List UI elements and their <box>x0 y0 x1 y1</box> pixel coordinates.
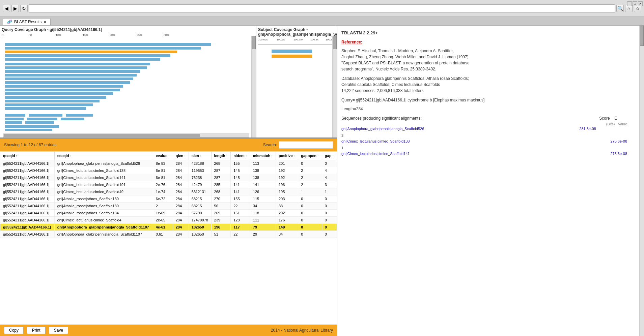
minimize-btn[interactable]: ─ <box>627 1 632 6</box>
forward-button[interactable]: ▶ <box>11 5 19 12</box>
footer-credit: 2014 - National Agricultural Library <box>271 328 333 333</box>
table-row[interactable]: gi|5524211|gb|AAD44166.1|gnl|Cimex_lectu… <box>0 217 337 224</box>
tab-close-btn[interactable]: ✕ <box>44 20 46 24</box>
subject-bar-orange <box>272 55 312 58</box>
blast-title: TBLASTN 2.2.29+ <box>341 30 637 36</box>
col-length[interactable]: length <box>211 152 231 160</box>
table-row[interactable]: gi|5524211|gb|AAD44166.1|gnl|Athalia_ros… <box>0 195 337 203</box>
query-bar <box>66 114 93 117</box>
table-row[interactable]: gi|5524211|gb|AAD44166.1|gnl|Cimex_lectu… <box>0 188 337 195</box>
maximize-btn[interactable]: □ <box>633 1 637 6</box>
cell-length: 196 <box>211 224 231 231</box>
col-evalue[interactable]: evalue <box>153 152 173 160</box>
query-graph-scrollbar[interactable] <box>251 36 256 138</box>
col-mismatch[interactable]: mismatch <box>250 152 276 160</box>
alignment-link[interactable]: gnl|Cimex_lectularius|cimlec_Scaffold141 <box>341 152 410 156</box>
search-area: Search: <box>263 141 333 149</box>
close-btn[interactable]: ✕ <box>638 1 643 6</box>
cell-sseqid: gnl|Cimex_lectularius|cimlec_Scaffold4 <box>54 217 153 224</box>
cell-mismatch: 111 <box>250 217 276 224</box>
search-label: Search: <box>263 143 277 147</box>
cell-mismatch: 79 <box>250 224 276 231</box>
address-bar[interactable] <box>29 4 615 12</box>
query-bar <box>5 103 93 106</box>
table-wrapper[interactable]: qseqid sseqid evalue qlen slen length ni… <box>0 151 337 325</box>
search-button[interactable]: 🔍 <box>616 5 624 12</box>
subject-tick: 100.8k <box>310 38 318 41</box>
cell-qlen: 284 <box>173 188 189 195</box>
cell-sseqid: gnl|Cimex_lectularius|cimlec_Scaffold138 <box>54 167 153 174</box>
cell-length: 268 <box>211 160 231 167</box>
cell-positive: 195 <box>276 188 298 195</box>
left-panel: Query Coverage Graph - gi|5524211|gb|AAD… <box>0 26 337 336</box>
table-row[interactable]: gi|5524211|gb|AAD44166.1|gnl|Anoplophora… <box>0 231 337 238</box>
cell-qseqid: gi|5524211|gb|AAD44166.1| <box>0 174 55 181</box>
cell-gap: 0 <box>322 203 337 210</box>
tab-blast-results[interactable]: 🧬 BLAST Results ✕ <box>3 18 51 25</box>
print-button[interactable]: Print <box>27 327 46 334</box>
query-hscroll-thumb[interactable] <box>4 134 200 137</box>
reference-link[interactable]: Reference: <box>341 40 362 44</box>
cell-gapopen: 0 <box>298 203 322 210</box>
alignment-suffix: 3 <box>341 133 637 139</box>
col-qseqid[interactable]: qseqid <box>0 152 55 160</box>
cell-positive: 34 <box>276 231 298 238</box>
alignment-link[interactable]: gnl|Anoplophora_glabripennis|anogla_Scaf… <box>341 127 424 131</box>
right-panel-scrollbar[interactable] <box>639 26 644 336</box>
ruler-tick-200: 200 <box>110 33 115 37</box>
query-bar <box>5 63 150 65</box>
cell-qseqid: gi|5524211|gb|AAD44166.1| <box>0 167 55 174</box>
back-button[interactable]: ◀ <box>3 5 10 12</box>
table-row[interactable]: gi|5524211|gb|AAD44166.1|gnl|Cimex_lectu… <box>0 167 337 174</box>
cell-slen: 5312131 <box>189 188 211 195</box>
col-gapopen[interactable]: gapopen <box>298 152 322 160</box>
tab-favicon: 🧬 <box>7 20 12 24</box>
query-bar <box>27 118 57 120</box>
save-button[interactable]: Save <box>49 327 68 334</box>
cell-qlen: 284 <box>173 167 189 174</box>
table-row[interactable]: gi|5524211|gb|AAD44166.1|gnl|Athalia_ros… <box>0 210 337 217</box>
col-nident[interactable]: nident <box>231 152 250 160</box>
query-graph-scrollbar-thumb[interactable] <box>252 36 256 49</box>
col-positive[interactable]: positive <box>276 152 298 160</box>
subject-graph-scrollbar[interactable] <box>332 36 337 138</box>
cell-length: 287 <box>211 174 231 181</box>
alignment-link[interactable]: gnl|Cimex_lectularius|cimlec_Scaffold138 <box>341 139 410 143</box>
cell-length: 51 <box>211 231 231 238</box>
cell-evalue: 8e-83 <box>153 160 173 167</box>
search-input[interactable] <box>279 141 333 149</box>
refresh-button[interactable]: ↻ <box>20 5 28 12</box>
col-sseqid[interactable]: sseqid <box>54 152 153 160</box>
subject-ruler: 100.65k 100.7k 100.75k 100.8k 100.85k 10… <box>258 38 335 45</box>
table-row[interactable]: gi|5524211|gb|AAD44166.1|gnl|Anoplophora… <box>0 160 337 167</box>
cell-gap: 0 <box>322 231 337 238</box>
col-gap[interactable]: gap <box>322 152 337 160</box>
query-bar <box>5 81 130 84</box>
ruler-tick-50: 50 <box>29 33 32 37</box>
subject-coverage-graph: Subject Coverage Graph - gnl|Anoplophora… <box>256 26 337 138</box>
cell-evalue: 1e-74 <box>153 188 173 195</box>
alignment-item: gnl|Anoplophora_glabripennis|anogla_Scaf… <box>341 126 637 132</box>
table-row[interactable]: gi|5524211|gb|AAD44166.1|gnl|Anoplophora… <box>0 224 337 231</box>
cell-evalue: 2e-65 <box>153 217 173 224</box>
cell-evalue: 1e-69 <box>153 210 173 217</box>
subject-graph-scrollbar-thumb[interactable] <box>333 36 337 49</box>
col-qlen[interactable]: qlen <box>173 152 189 160</box>
table-row[interactable]: gi|5524211|gb|AAD44166.1|gnl|Athalia_ros… <box>0 203 337 210</box>
table-row[interactable]: gi|5524211|gb|AAD44166.1|gnl|Cimex_lectu… <box>0 174 337 181</box>
cell-sseqid: gnl|Cimex_lectularius|cimlec_Scaffold141 <box>54 174 153 181</box>
vertical-divider-dots: ⋮ <box>256 70 257 76</box>
alignments-list: gnl|Anoplophora_glabripennis|anogla_Scaf… <box>341 126 637 157</box>
cell-nident: 155 <box>231 160 250 167</box>
right-scrollbar-thumb[interactable] <box>640 26 644 46</box>
col-slen[interactable]: slen <box>189 152 211 160</box>
blast-query-text: Query= gi|5524211|gb|AAD44166.1| cytochr… <box>341 97 637 103</box>
query-bar <box>5 121 22 124</box>
cell-mismatch: 141 <box>250 181 276 188</box>
alignment-score: 281 8e-08 <box>579 126 596 132</box>
copy-button[interactable]: Copy <box>4 327 24 334</box>
cell-positive: 33 <box>276 203 298 210</box>
cell-nident: 151 <box>231 210 250 217</box>
cell-slen: 428188 <box>189 160 211 167</box>
table-row[interactable]: gi|5524211|gb|AAD44166.1|gnl|Cimex_lectu… <box>0 181 337 188</box>
